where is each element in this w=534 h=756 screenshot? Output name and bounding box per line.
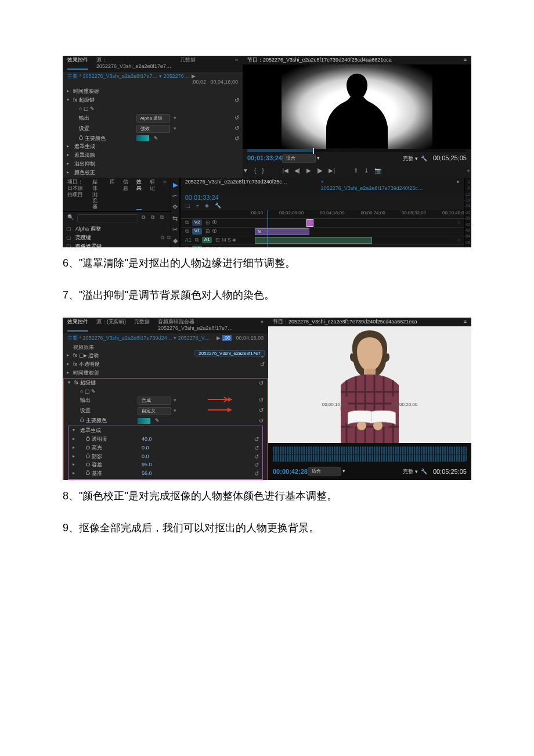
tab-effects[interactable]: 效果: [136, 179, 142, 210]
search-input[interactable]: [77, 214, 138, 222]
row-settings[interactable]: 设置 强效 ▾ ↺: [63, 124, 243, 134]
mask-shapes[interactable]: ○ ▢ ✎: [64, 387, 267, 396]
panel-menu-icon[interactable]: ≡: [464, 57, 467, 63]
reset-icon[interactable]: ↺: [234, 135, 239, 142]
settings-select[interactable]: 自定义: [138, 407, 171, 415]
clip-chip[interactable]: 2052276_V3shi_e2a2e8f17e7: [194, 350, 265, 357]
step-back-icon[interactable]: ◀|: [294, 167, 301, 174]
button-editor-icon[interactable]: ＋: [466, 167, 471, 174]
row-transparency[interactable]: Ŏ 透明度40.0↺: [68, 435, 262, 444]
program-canvas[interactable]: 00;00;10;00 00;00;20;00: [268, 326, 471, 443]
marker-icon[interactable]: ▼: [243, 167, 248, 174]
tab-media-browser[interactable]: 媒体浏览器: [92, 179, 102, 210]
reset-icon[interactable]: ↺: [234, 114, 239, 121]
clip-breadcrumb[interactable]: 主要 * 2052276_V3shi_e2a2e8f17e7… ▾ 205227…: [67, 73, 192, 86]
preset-icon-3[interactable]: ⧉: [160, 214, 164, 222]
in-icon[interactable]: {: [254, 167, 256, 174]
row-matte-gen[interactable]: 遮罩生成: [68, 426, 262, 435]
row-settings[interactable]: 设置 自定义▾ ↺: [64, 406, 267, 416]
link-icon[interactable]: 𝄐: [196, 203, 199, 209]
out-icon[interactable]: }: [262, 167, 264, 174]
search-icon[interactable]: 🔍: [67, 214, 74, 222]
tab-info[interactable]: 信息: [123, 179, 128, 210]
row-spill[interactable]: 溢出抑制: [63, 160, 243, 168]
tab-metadata[interactable]: 元数据: [180, 57, 196, 70]
key-color-swatch[interactable]: [136, 135, 149, 141]
panel-menu-icon[interactable]: ≡: [464, 319, 467, 325]
tab-libraries[interactable]: 库: [110, 179, 115, 210]
export-frame-icon[interactable]: 📷: [374, 167, 381, 174]
preset-icon-2[interactable]: ⧉: [151, 214, 154, 222]
preset-icon-1[interactable]: ⧉: [142, 214, 145, 222]
res-select[interactable]: 完整: [403, 469, 413, 474]
pen-tool-icon[interactable]: ◆: [173, 237, 178, 244]
tab-effect-controls[interactable]: 效果控件: [67, 57, 88, 70]
eyedropper-icon[interactable]: ✎: [154, 135, 158, 141]
tab-overflow[interactable]: »: [457, 179, 460, 192]
tab-audio-mixer[interactable]: 音频剪辑混合器：2052276_V3shi_e2a2e8f17e739d240f…: [158, 319, 233, 332]
track-a2[interactable]: ⧉A2⊟ M S ◈: [181, 245, 464, 247]
row-output[interactable]: 输出 Alpha 通道 ▾ ↺: [63, 113, 243, 124]
selection-tool-icon[interactable]: ▶: [173, 181, 178, 189]
tab-effect-controls[interactable]: 效果控件: [67, 319, 88, 332]
razor-tool-icon[interactable]: ✂: [172, 226, 178, 233]
row-ultrakey[interactable]: fx 超级键 ↺: [63, 96, 243, 105]
marker-icon[interactable]: ◈: [205, 203, 209, 209]
row-key-color[interactable]: Ŏ 主要颜色 ✎ ↺: [63, 134, 243, 143]
row-highlight[interactable]: Ŏ 高光0.0↺: [68, 444, 262, 452]
output-select[interactable]: 合成: [138, 397, 171, 405]
tab-overflow[interactable]: »: [235, 57, 238, 70]
clip-v1[interactable]: fx 2052276_V3shi_e2a2e8f17e739d24: [255, 228, 309, 235]
timeline-body[interactable]: :00;00 00;02;08;00 00;04;16;00 00;06;24;…: [181, 210, 464, 247]
track-a1[interactable]: A1⧉A1⊟ M S ◈ ○: [181, 236, 464, 245]
row-tolerance[interactable]: Ŏ 容差95.0↺: [68, 460, 262, 469]
row-matte-clean[interactable]: 遮罩清除: [63, 151, 243, 160]
clip-a1[interactable]: [255, 237, 372, 244]
goto-out-icon[interactable]: ▶|: [329, 167, 335, 174]
clip-breadcrumb[interactable]: 主要 * 2052276_V3shi_e2a2e8f17e739d24… ▾ 2…: [67, 335, 212, 341]
ripple-tool-icon[interactable]: ✥: [172, 203, 178, 211]
tab-metadata[interactable]: 元数据: [134, 319, 150, 332]
track-v2[interactable]: ⧉V2⊟ ⦿ ○: [181, 219, 464, 228]
rate-tool-icon[interactable]: ⇆: [172, 215, 178, 222]
output-select[interactable]: Alpha 通道: [136, 114, 170, 123]
play-icon[interactable]: ▶: [306, 167, 311, 174]
row-output[interactable]: 输出 合成▾ ↺: [64, 395, 267, 406]
res-select[interactable]: 完整: [403, 156, 413, 161]
tab-overflow[interactable]: »: [261, 319, 264, 332]
settings-select[interactable]: 强效: [136, 125, 170, 133]
row-matte-gen[interactable]: 遮罩生成: [63, 142, 243, 151]
tab-source-none[interactable]: 源：(无剪辑): [96, 319, 126, 332]
tab-project[interactable]: 项目：日本旅拍项目: [67, 179, 84, 210]
reset-icon[interactable]: ↺: [234, 97, 239, 104]
row-opacity[interactable]: fx 不透明度↺: [63, 360, 268, 369]
bin-alpha-adjust[interactable]: Alpha 调整: [63, 225, 171, 233]
program-scrubber[interactable]: [247, 149, 467, 152]
zoom-select[interactable]: 适合: [282, 154, 316, 163]
row-key-color[interactable]: Ŏ 主要颜色 ✎ ↺: [64, 416, 267, 425]
track-select-tool-icon[interactable]: ⤺: [172, 192, 178, 200]
bin-image-matte[interactable]: 图像遮罩键: [63, 242, 171, 247]
tab-markers[interactable]: 标记: [150, 179, 155, 210]
zoom-select[interactable]: 适合: [308, 467, 341, 476]
goto-in-icon[interactable]: |◀: [283, 167, 289, 174]
row-ultrakey[interactable]: fx 超级键↺: [64, 379, 267, 387]
tab-overflow[interactable]: »: [163, 179, 166, 210]
track-v1[interactable]: ⧉V1⊟ ⦿ fx 2052276_V3shi_e2a2e8f17e739d24: [181, 228, 464, 236]
row-time-remap[interactable]: 时间重映射: [63, 87, 243, 96]
row-time-remap[interactable]: 时间重映射: [63, 369, 268, 377]
timeline-tab-2[interactable]: × 2052276_V3shi_e2a2e8f17e739d240f25cd4a…: [321, 179, 425, 192]
row-color-correct[interactable]: 颜色校正: [63, 168, 243, 177]
bin-luma-key[interactable]: 亮度键⧉ ⧉: [63, 233, 171, 242]
eyedropper-icon[interactable]: ✎: [155, 417, 160, 423]
row-pedestal[interactable]: Ŏ 基准56.0↺: [68, 469, 262, 478]
tab-source[interactable]: 源：2052276_V3shi_e2a2e8f17e739d240f25cd4a…: [96, 57, 172, 70]
timeline-tab-1[interactable]: 2052276_V3shi_e2a2e8f17e739d240f25cd4aa6…: [185, 179, 290, 192]
row-shadow[interactable]: Ŏ 阴影0.0↺: [68, 452, 262, 461]
step-fwd-icon[interactable]: |▶: [317, 167, 323, 174]
reset-icon[interactable]: ↺: [234, 125, 239, 132]
program-waveform[interactable]: [273, 447, 467, 462]
selected-clip[interactable]: [307, 219, 313, 226]
wrench-icon[interactable]: 🔧: [215, 203, 221, 209]
extract-icon[interactable]: ⤓: [364, 167, 369, 174]
